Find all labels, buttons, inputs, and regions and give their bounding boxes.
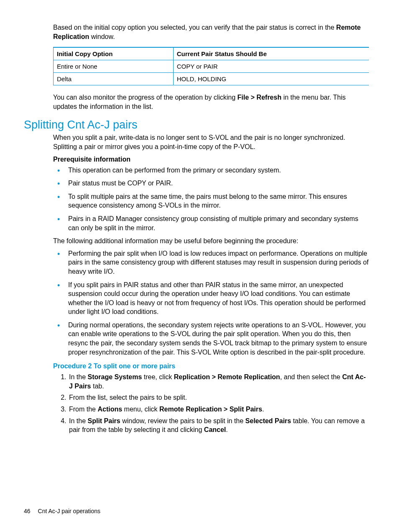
table-cell: HOLD, HOLDING xyxy=(173,73,369,85)
text: In the xyxy=(69,373,87,380)
list-item: During normal operations, the secondary … xyxy=(68,321,369,357)
text: In the xyxy=(69,417,87,424)
list-item: Pair status must be COPY or PAIR. xyxy=(68,179,369,188)
text: menu, click xyxy=(122,406,159,413)
list-item: To split multiple pairs at the same time… xyxy=(68,192,369,210)
list-item: If you split pairs in PAIR status and ot… xyxy=(68,280,369,316)
text: From the xyxy=(69,406,97,413)
text: , and then select the xyxy=(280,373,343,380)
prerequisite-heading: Prerequisite information xyxy=(53,156,369,163)
page-number: 46 xyxy=(24,508,31,514)
text: Based on the initial copy option you sel… xyxy=(53,24,336,31)
procedure-heading: Procedure 2 To split one or more pairs xyxy=(53,362,369,370)
table-cell: Entire or None xyxy=(54,60,174,73)
text-bold: Cancel xyxy=(204,426,226,433)
text-bold: Split Pairs xyxy=(87,417,120,424)
text-bold: Remote Replication > Split Pairs xyxy=(159,406,262,413)
list-item: Pairs in a RAID Manager consistency grou… xyxy=(68,214,369,232)
page-content: Based on the initial copy option you sel… xyxy=(0,0,399,434)
additional-intro: The following additional information may… xyxy=(53,236,369,246)
table-row: Delta HOLD, HOLDING xyxy=(54,73,369,85)
list-item: This operation can be performed from the… xyxy=(68,166,369,175)
step-item: In the Split Pairs window, review the pa… xyxy=(68,416,369,434)
page-footer: 46Cnt Ac-J pair operations xyxy=(24,508,100,514)
text: You can also monitor the progress of the… xyxy=(53,94,238,101)
text: window, review the pairs to be split in … xyxy=(120,417,246,424)
text-bold: Selected Pairs xyxy=(246,417,291,424)
text: . xyxy=(262,406,264,413)
status-table: Initial Copy Option Current Pair Status … xyxy=(53,47,369,85)
footer-section: Cnt Ac-J pair operations xyxy=(38,508,100,514)
table-header: Current Pair Status Should Be xyxy=(173,47,369,60)
table-header: Initial Copy Option xyxy=(54,47,174,60)
text-bold: Actions xyxy=(97,406,122,413)
text: . xyxy=(226,426,228,433)
step-item: From the Actions menu, click Remote Repl… xyxy=(68,405,369,414)
split-intro: When you split a pair, write-data is no … xyxy=(53,133,369,151)
text: tree, click xyxy=(142,373,174,380)
prerequisite-list: This operation can be performed from the… xyxy=(53,166,369,233)
procedure-steps: In the Storage Systems tree, click Repli… xyxy=(53,373,369,434)
table-cell: COPY or PAIR xyxy=(173,60,369,73)
intro-paragraph-2: You can also monitor the progress of the… xyxy=(53,93,369,111)
text-bold: Storage Systems xyxy=(87,373,142,380)
table-cell: Delta xyxy=(54,73,174,85)
text-bold: File > Refresh xyxy=(238,94,281,101)
text-bold: Replication > Remote Replication xyxy=(174,373,280,380)
step-item: In the Storage Systems tree, click Repli… xyxy=(68,373,369,391)
text: tab. xyxy=(91,383,104,390)
table-row: Entire or None COPY or PAIR xyxy=(54,60,369,73)
section-heading: Splitting Cnt Ac-J pairs xyxy=(24,118,369,131)
additional-list: Performing the pair split when I/O load … xyxy=(53,249,369,357)
step-item: From the list, select the pairs to be sp… xyxy=(68,393,369,402)
list-item: Performing the pair split when I/O load … xyxy=(68,249,369,276)
text: window. xyxy=(89,33,115,40)
intro-paragraph-1: Based on the initial copy option you sel… xyxy=(53,23,369,41)
